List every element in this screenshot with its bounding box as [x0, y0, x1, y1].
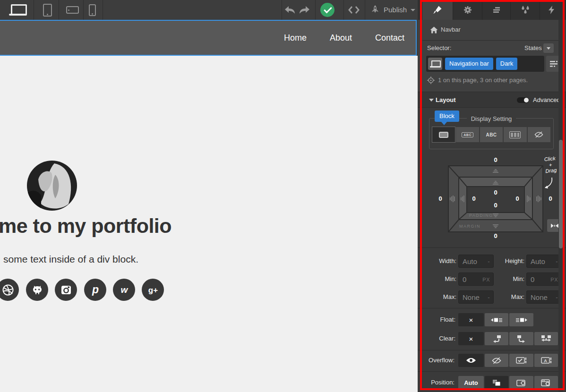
margin-top-value[interactable]: 0: [491, 156, 500, 163]
width-label: Width:: [420, 257, 456, 264]
github-glyph: [31, 283, 44, 297]
box-model-widget[interactable]: [448, 165, 543, 232]
github-icon[interactable]: [26, 279, 48, 301]
class-tag-dark[interactable]: Dark: [496, 58, 517, 70]
gear-icon: [463, 5, 472, 15]
overflow-visible-button[interactable]: [458, 354, 484, 367]
float-right-button[interactable]: [509, 313, 533, 326]
float-left-button[interactable]: [485, 313, 508, 326]
mobile-portrait-icon: [89, 4, 96, 16]
overflow-scroll-button[interactable]: [509, 354, 533, 367]
margin-right-value[interactable]: 0: [546, 195, 555, 202]
class-tag-navigation-bar[interactable]: Navigation bar: [445, 58, 493, 70]
tab-effects-drops[interactable]: [510, 0, 540, 20]
toolbar-divider: [343, 0, 344, 20]
hero-heading[interactable]: me to my portfolio: [0, 214, 172, 238]
position-absolute-button[interactable]: [509, 376, 533, 389]
pinterest-icon[interactable]: p: [84, 279, 106, 301]
nav-link-about[interactable]: About: [330, 33, 352, 43]
margin-bottom-value[interactable]: 0: [491, 232, 500, 239]
margin-left-value[interactable]: 0: [436, 195, 445, 202]
min-height-input[interactable]: 0PX: [526, 273, 562, 286]
overflow-auto-button[interactable]: A: [534, 354, 558, 367]
tab-style-brush[interactable]: [422, 0, 453, 20]
saved-status-button[interactable]: [320, 0, 334, 20]
padding-top-value[interactable]: 0: [491, 189, 500, 196]
clear-none-button[interactable]: ×: [458, 332, 484, 345]
position-label: Position:: [419, 379, 455, 386]
target-icon: [427, 77, 435, 84]
publish-dropdown[interactable]: [409, 0, 417, 20]
clear-left-button[interactable]: [485, 332, 508, 345]
hero-paragraph[interactable]: some text inside of a div block.: [3, 254, 138, 265]
clear-both-button[interactable]: [534, 332, 558, 345]
instagram-icon[interactable]: [55, 279, 77, 301]
overflow-label: Overflow:: [419, 357, 455, 364]
height-input[interactable]: Auto-: [526, 255, 562, 268]
divider: [418, 308, 566, 308]
breadcrumb[interactable]: Navbar: [441, 26, 461, 33]
class-selector-field[interactable]: Navigation bar Dark: [426, 56, 544, 72]
display-setting-group: Display Setting ABC ABC: [429, 118, 554, 149]
publish-button[interactable]: [369, 0, 381, 20]
style-panel: Navbar Selector: States Navigation bar D…: [418, 0, 566, 392]
tab-interactions-bolt[interactable]: [540, 0, 563, 20]
display-inline-button[interactable]: ABC: [480, 127, 503, 142]
brush-icon: [433, 5, 442, 15]
drops-icon: [520, 5, 531, 15]
position-auto-button[interactable]: Auto: [458, 376, 484, 389]
min-height-label: Min:: [489, 275, 524, 282]
nav-link-home[interactable]: Home: [284, 33, 307, 43]
display-block-button[interactable]: [432, 127, 455, 142]
publish-label[interactable]: Publish: [384, 6, 407, 14]
toolbar-divider: [315, 0, 316, 20]
avatar[interactable]: [27, 161, 77, 211]
redo-icon: [299, 6, 310, 14]
device-desktop-button[interactable]: [5, 0, 30, 20]
padding-left-value[interactable]: 0: [469, 195, 479, 202]
tab-style-manager[interactable]: [482, 0, 510, 20]
padding-bottom-value[interactable]: 0: [491, 202, 500, 209]
eye-slash-icon: [492, 357, 501, 364]
design-canvas: me to my portfolio some text inside of a…: [0, 56, 418, 392]
fixed-icon: [541, 379, 551, 386]
toolbar-divider: [282, 0, 282, 20]
divider: [418, 350, 566, 350]
device-tablet-button[interactable]: [40, 0, 55, 20]
dribbble-glyph: [1, 283, 15, 297]
tab-settings-gear[interactable]: [453, 0, 482, 20]
google-plus-icon[interactable]: g+: [142, 279, 164, 301]
clear-right-button[interactable]: [509, 332, 533, 345]
export-code-button[interactable]: [346, 0, 361, 20]
nav-link-contact[interactable]: Contact: [375, 33, 404, 43]
webflow-icon[interactable]: w: [113, 279, 135, 301]
max-height-input[interactable]: None-: [526, 290, 562, 304]
mobile-landscape-icon: [66, 6, 79, 14]
max-width-label: Max:: [420, 293, 456, 300]
scrollbox-check-icon: [516, 357, 527, 364]
padding-right-value[interactable]: 0: [513, 195, 522, 202]
panel-scrollbar-thumb[interactable]: [559, 140, 563, 248]
undo-icon: [284, 6, 296, 14]
device-mobile-portrait-button[interactable]: [85, 0, 99, 20]
device-mobile-landscape-button[interactable]: [63, 0, 81, 20]
advanced-toggle[interactable]: [517, 97, 529, 103]
clear-label: Clear:: [420, 335, 455, 342]
display-flex-button[interactable]: [504, 127, 526, 142]
float-none-button[interactable]: ×: [458, 313, 484, 326]
position-relative-button[interactable]: [485, 376, 508, 389]
display-none-button[interactable]: [528, 127, 550, 142]
breakpoint-indicator-button[interactable]: [428, 58, 442, 70]
overflow-hidden-button[interactable]: [485, 354, 508, 367]
advanced-label: Advanced: [533, 96, 560, 103]
dribbble-icon[interactable]: [0, 279, 19, 301]
undo-button[interactable]: [283, 0, 297, 20]
states-dropdown-button[interactable]: [543, 43, 554, 53]
redo-button[interactable]: [298, 0, 311, 20]
display-inline-block-button[interactable]: ABC: [456, 127, 479, 142]
position-fixed-button[interactable]: [534, 376, 558, 389]
canvas-navbar-selected[interactable]: Home About Contact: [0, 20, 417, 56]
laptop-icon: [430, 60, 440, 68]
layout-section-header[interactable]: Layout Advanced: [418, 92, 566, 108]
margin-frame-label: MARGIN: [459, 224, 480, 229]
